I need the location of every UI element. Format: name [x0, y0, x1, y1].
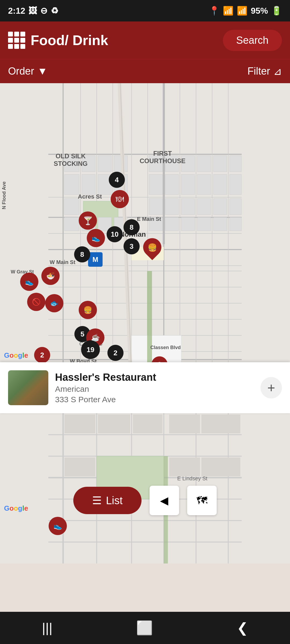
list-button[interactable]: ☰ List: [73, 487, 141, 514]
svg-rect-86: [98, 415, 130, 433]
svg-rect-47: [213, 174, 227, 195]
location-icon: 📍: [209, 6, 220, 16]
map-pin-shoe2[interactable]: 👟: [20, 273, 38, 291]
svg-rect-89: [169, 415, 200, 433]
svg-rect-34: [165, 156, 179, 172]
block-icon: ⊖: [40, 6, 48, 16]
status-time: 2:12: [8, 6, 25, 16]
svg-text:E Lindsey St: E Lindsey St: [177, 475, 208, 481]
svg-rect-85: [64, 415, 95, 433]
map-pin-restricted[interactable]: 🚫: [27, 293, 45, 311]
nav-home-icon[interactable]: ⬜: [136, 620, 153, 636]
map-pin-19[interactable]: 19: [81, 340, 100, 359]
svg-rect-63: [197, 217, 211, 231]
map-pin-2c[interactable]: 2: [151, 356, 168, 362]
svg-rect-29: [64, 156, 79, 172]
map-pin-8a[interactable]: 8: [124, 219, 140, 235]
svg-rect-46: [197, 174, 211, 195]
svg-rect-52: [181, 199, 195, 215]
restaurant-name: Hassler's Restaurant: [55, 372, 254, 383]
order-label: Order: [8, 65, 34, 77]
bottom-map-area[interactable]: E Lindsey St 👟 ☰ List ◀ 🗺 Google: [0, 413, 290, 564]
map-pin-bar[interactable]: 🍸: [79, 211, 97, 230]
header: Food/ Drink Search: [0, 21, 290, 59]
restaurant-type: American: [55, 385, 254, 394]
nav-back-icon[interactable]: ❮: [237, 620, 248, 636]
search-button[interactable]: Search: [223, 30, 282, 51]
filter-label: Filter: [248, 65, 270, 77]
svg-rect-69: [147, 271, 152, 362]
restaurant-address: 333 S Porter Ave: [55, 395, 254, 404]
svg-rect-65: [230, 217, 241, 231]
svg-rect-33: [149, 156, 162, 172]
signal-icon: 📶: [237, 6, 248, 16]
filter-bar: Order ▼ Filter ⊿: [0, 59, 290, 83]
svg-rect-53: [197, 199, 211, 215]
svg-rect-60: [149, 217, 162, 231]
svg-rect-55: [230, 199, 241, 215]
svg-rect-36: [197, 156, 211, 172]
map-area[interactable]: OLD SILKSTOCKING FIRSTCOURTHOUSE Acres S…: [0, 83, 290, 362]
chevron-down-icon: ▼: [37, 65, 48, 77]
svg-rect-91: [201, 415, 240, 433]
restaurant-card: Hassler's Restaurant American 333 S Port…: [0, 362, 290, 413]
photo-icon: 🖼: [28, 6, 37, 16]
map-pin-8b[interactable]: 8: [74, 246, 90, 262]
map-pin-food[interactable]: 🍜: [41, 267, 60, 285]
map-pin-10[interactable]: 10: [107, 226, 123, 242]
restaurant-info: Hassler's Restaurant American 333 S Port…: [55, 372, 254, 404]
svg-rect-92: [201, 458, 240, 476]
map-view-button[interactable]: 🗺: [187, 486, 217, 515]
map-pin-grill[interactable]: 🍽: [111, 190, 129, 208]
svg-rect-64: [213, 217, 227, 231]
svg-rect-87: [133, 415, 162, 433]
battery-text: 95%: [251, 6, 268, 16]
transit-marker: M: [88, 252, 103, 267]
status-left: 2:12 🖼 ⊖ ♻: [8, 6, 59, 16]
svg-rect-39: [64, 174, 79, 195]
map-pin-fish[interactable]: 🐟: [45, 294, 63, 312]
svg-rect-38: [230, 156, 241, 172]
header-left: Food/ Drink: [8, 32, 108, 49]
map-pin-2b[interactable]: 2: [34, 347, 50, 362]
svg-rect-56: [64, 217, 79, 231]
svg-rect-62: [181, 217, 195, 231]
bottom-map-pin: 👟: [49, 517, 67, 535]
location-button[interactable]: ◀: [150, 486, 179, 515]
grid-menu-icon[interactable]: [8, 32, 25, 49]
add-button[interactable]: +: [260, 377, 282, 398]
page-title: Food/ Drink: [31, 32, 108, 48]
filter-button[interactable]: Filter ⊿: [248, 65, 282, 77]
svg-rect-50: [149, 199, 162, 215]
map-pin-2a[interactable]: 2: [107, 345, 124, 361]
list-label: List: [106, 495, 122, 507]
svg-rect-49: [64, 199, 79, 215]
svg-rect-31: [98, 156, 111, 172]
svg-rect-90: [169, 458, 200, 476]
svg-rect-88: [64, 458, 95, 476]
map-pin-burger[interactable]: 🍔: [79, 301, 97, 319]
svg-rect-51: [165, 199, 179, 215]
svg-rect-54: [213, 199, 227, 215]
list-icon: ☰: [92, 494, 102, 507]
status-bar: 2:12 🖼 ⊖ ♻ 📍 📶 📶 95% 🔋: [0, 0, 290, 21]
map-pin-location[interactable]: 🍔: [143, 238, 161, 261]
svg-rect-45: [181, 174, 195, 195]
filter-icon: ⊿: [273, 65, 282, 77]
map-pin-4[interactable]: 4: [109, 172, 125, 188]
svg-rect-61: [165, 217, 179, 231]
wifi-icon: 📶: [223, 6, 234, 16]
battery-icon: 🔋: [271, 6, 282, 16]
svg-rect-35: [181, 156, 195, 172]
status-right: 📍 📶 📶 95% 🔋: [209, 6, 282, 16]
person-icon: ♻: [51, 6, 59, 16]
map-pin-3[interactable]: 3: [124, 238, 140, 254]
google-logo: Google: [4, 351, 28, 360]
map-pin-shoe[interactable]: 👟: [87, 229, 105, 247]
svg-rect-48: [230, 174, 241, 195]
svg-rect-44: [165, 174, 179, 195]
map-icon: 🗺: [197, 495, 207, 507]
svg-rect-40: [82, 174, 95, 195]
nav-menu-icon[interactable]: |||: [42, 620, 52, 636]
order-dropdown[interactable]: Order ▼: [8, 65, 48, 77]
